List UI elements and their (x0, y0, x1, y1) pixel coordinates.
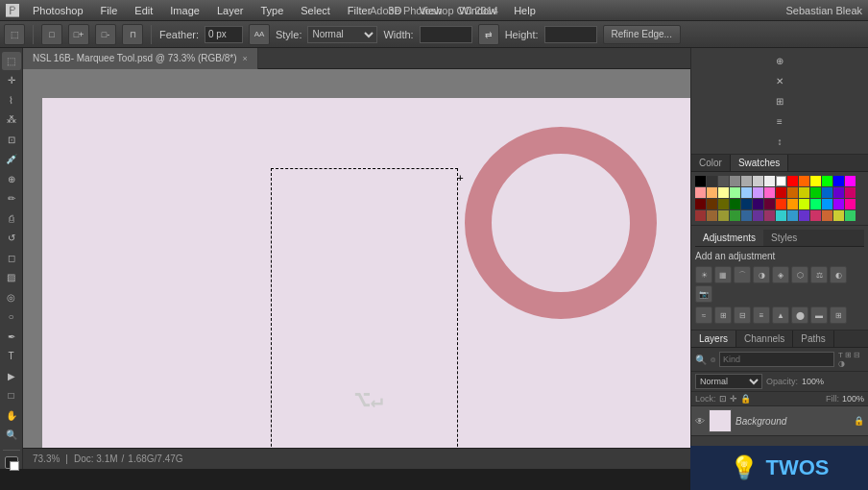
swatch[interactable] (833, 187, 844, 198)
tool-move[interactable]: ✛ (2, 72, 21, 90)
tab-layers[interactable]: Layers (691, 331, 736, 347)
adj-posterize[interactable]: ≡ (753, 306, 770, 324)
document-tab[interactable]: NSL 16B- Marquee Tool.psd @ 73.3% (RGB/8… (23, 48, 258, 69)
swatch[interactable] (753, 199, 763, 209)
menu-layer[interactable]: Layer (213, 3, 248, 18)
swatch[interactable] (822, 199, 832, 209)
swatch[interactable] (787, 187, 798, 198)
swatch[interactable] (718, 199, 729, 209)
adj-pattern[interactable]: ⊞ (830, 306, 847, 324)
tool-brush[interactable]: ✏ (2, 190, 21, 208)
tool-text[interactable]: T (2, 348, 21, 366)
tool-marquee[interactable]: ⬚ (2, 52, 21, 70)
lock-position-icon[interactable]: ✛ (730, 394, 737, 404)
height-input[interactable] (544, 26, 597, 43)
tool-shape[interactable]: □ (2, 387, 21, 405)
swatch[interactable] (787, 210, 798, 221)
swatch[interactable] (718, 210, 729, 221)
adj-bw[interactable]: ◐ (830, 266, 847, 283)
swatch[interactable] (764, 176, 775, 186)
tool-history-brush[interactable]: ↺ (2, 230, 21, 248)
adj-photofilter[interactable]: 📷 (695, 285, 712, 303)
panel-icon-3[interactable]: ⊞ (771, 92, 788, 110)
swatch[interactable] (718, 187, 729, 198)
swatch[interactable] (822, 176, 832, 186)
swatch[interactable] (799, 187, 809, 198)
swatch[interactable] (730, 199, 740, 209)
intersect-selection-btn[interactable]: ⊓ (122, 24, 143, 45)
swap-wh-btn[interactable]: ⇄ (478, 24, 499, 45)
menu-select[interactable]: Select (297, 3, 334, 18)
adj-gradient-map[interactable]: ▬ (810, 306, 828, 324)
menu-edit[interactable]: Edit (131, 3, 157, 18)
menu-help[interactable]: Help (510, 3, 540, 18)
foreground-color[interactable] (5, 456, 18, 469)
swatch[interactable] (764, 210, 775, 221)
adj-channelmixer[interactable]: ≈ (695, 306, 712, 324)
tool-gradient[interactable]: ▨ (2, 269, 21, 287)
swatch[interactable] (799, 176, 809, 186)
swatch[interactable] (753, 210, 763, 221)
adj-invert[interactable]: ⊟ (734, 306, 751, 324)
style-select[interactable]: Normal Fixed Ratio Fixed Size (307, 26, 377, 43)
swatch[interactable] (833, 176, 844, 186)
panel-icon-2[interactable]: ✕ (771, 72, 788, 89)
panel-icon-1[interactable]: ⊕ (771, 52, 788, 69)
tab-color[interactable]: Color (691, 155, 731, 171)
swatch[interactable] (799, 199, 809, 209)
menu-image[interactable]: Image (166, 3, 204, 18)
tool-eyedropper[interactable]: 💉 (2, 151, 21, 169)
marquee-tool-btn[interactable]: ⬚ (4, 24, 25, 45)
blending-mode-select[interactable]: Normal Multiply Screen (695, 374, 762, 389)
swatch[interactable] (741, 176, 752, 186)
swatch[interactable] (845, 187, 856, 198)
swatch[interactable] (810, 199, 821, 209)
tool-wand[interactable]: ⁂ (2, 111, 21, 130)
adj-vibrance[interactable]: ◈ (772, 266, 789, 283)
swatch[interactable] (787, 176, 798, 186)
tab-swatches[interactable]: Swatches (731, 155, 788, 171)
menu-view[interactable]: View (415, 3, 446, 18)
tab-channels[interactable]: Channels (736, 331, 793, 347)
tool-path-select[interactable]: ▶ (2, 367, 21, 385)
swatch[interactable] (833, 210, 844, 221)
swatch[interactable] (833, 199, 844, 209)
tool-blur[interactable]: ◎ (2, 288, 21, 306)
swatch[interactable] (764, 187, 775, 198)
adj-colorlookup[interactable]: ⊞ (714, 306, 732, 324)
swatch[interactable] (845, 199, 856, 209)
lock-pixels-icon[interactable]: ⊡ (719, 394, 727, 404)
swatch[interactable] (707, 176, 717, 186)
adj-colorbalance[interactable]: ⚖ (810, 266, 828, 283)
tool-stamp[interactable]: ⎙ (2, 209, 21, 228)
menu-filter[interactable]: Filter (344, 3, 374, 18)
tool-heal[interactable]: ⊕ (2, 170, 21, 188)
tool-hand[interactable]: ✋ (2, 406, 21, 425)
tool-lasso[interactable]: ⌇ (2, 91, 21, 110)
swatch[interactable] (787, 199, 798, 209)
swatch[interactable] (695, 176, 706, 186)
swatch[interactable] (753, 176, 763, 186)
menu-photoshop[interactable]: Photoshop (29, 3, 87, 18)
panel-icon-5[interactable]: ↕ (771, 133, 788, 150)
refine-edge-btn[interactable]: Refine Edge... (603, 25, 681, 44)
swatch[interactable] (753, 187, 763, 198)
adj-levels[interactable]: ▦ (714, 266, 732, 283)
swatch[interactable] (810, 176, 821, 186)
swatch[interactable] (730, 176, 740, 186)
swatch[interactable] (707, 210, 717, 221)
canvas-container[interactable]: + ⌥ ↵ (23, 69, 690, 448)
menu-window[interactable]: Window (455, 3, 500, 18)
adj-curves[interactable]: ⌒ (734, 266, 751, 283)
swatch[interactable] (695, 199, 706, 209)
swatch[interactable] (810, 187, 821, 198)
swatch[interactable] (741, 210, 752, 221)
swatch[interactable] (845, 210, 856, 221)
width-input[interactable] (420, 26, 472, 43)
adj-threshold[interactable]: ▲ (772, 306, 789, 324)
swatch[interactable] (764, 199, 775, 209)
menu-type[interactable]: Type (256, 3, 287, 18)
lock-all-icon[interactable]: 🔒 (740, 394, 751, 404)
tab-close-btn[interactable]: × (242, 54, 247, 63)
add-selection-btn[interactable]: □+ (68, 24, 89, 45)
